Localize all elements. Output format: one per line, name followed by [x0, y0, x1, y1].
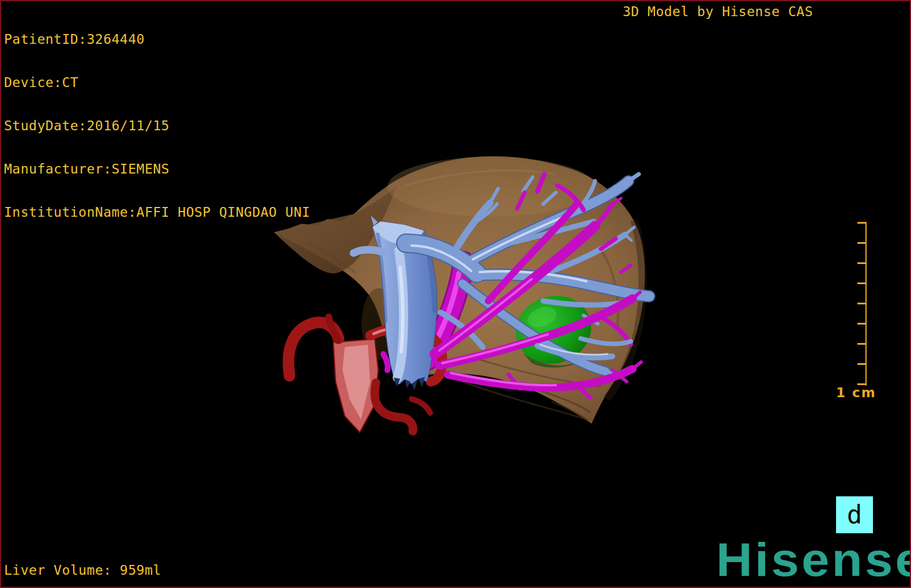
scale-bar-label: 1 cm [836, 385, 876, 400]
scale-bar-tick [857, 282, 867, 284]
orientation-marker-letter: d [847, 502, 863, 527]
scale-bar-tick [857, 343, 867, 345]
scale-bar-tick [857, 242, 867, 244]
scale-bar-tick [857, 363, 867, 365]
scale-bar-tick [857, 222, 867, 224]
scale-bar-tick [857, 303, 867, 304]
scale-bar-tick [857, 323, 867, 325]
scale-bar [857, 222, 867, 386]
liver-3d-model[interactable] [1, 1, 911, 588]
hisense-logo: Hisense [716, 536, 911, 583]
viewer-screen: PatientID:3264440 Device:CT StudyDate:20… [0, 0, 911, 588]
orientation-marker[interactable]: d [836, 496, 873, 533]
scale-bar-tick [857, 262, 867, 264]
